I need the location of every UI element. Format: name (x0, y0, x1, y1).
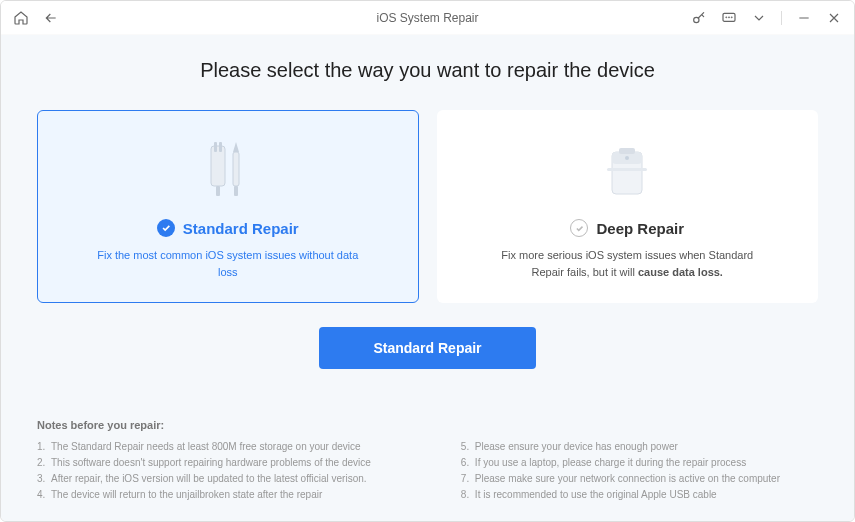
close-icon[interactable] (826, 10, 842, 26)
note-item: If you use a laptop, please charge it du… (461, 455, 780, 471)
note-item: It is recommended to use the original Ap… (461, 487, 780, 503)
svg-point-14 (625, 156, 629, 160)
note-item: This software doesn't support repairing … (37, 455, 371, 471)
deep-repair-card[interactable]: Deep Repair Fix more serious iOS system … (437, 110, 819, 303)
svg-rect-15 (607, 168, 647, 171)
tools-illustration (66, 135, 390, 205)
deep-repair-title-row: Deep Repair (466, 219, 790, 237)
chevron-down-icon[interactable] (751, 10, 767, 26)
svg-point-4 (731, 17, 732, 18)
note-item: The device will return to the unjailbrok… (37, 487, 371, 503)
titlebar-divider (781, 11, 782, 25)
minimize-icon[interactable] (796, 10, 812, 26)
svg-rect-7 (219, 142, 222, 152)
titlebar-right (691, 10, 842, 26)
note-item: The Standard Repair needs at least 800M … (37, 439, 371, 455)
notes-list-col2: Please ensure your device has enough pow… (461, 439, 780, 503)
page-heading: Please select the way you want to repair… (37, 59, 818, 82)
check-icon (157, 219, 175, 237)
home-icon[interactable] (13, 10, 29, 26)
feedback-icon[interactable] (721, 10, 737, 26)
device-illustration (466, 135, 790, 205)
note-item: Please make sure your network connection… (461, 471, 780, 487)
back-icon[interactable] (43, 10, 59, 26)
svg-rect-10 (234, 186, 238, 196)
notes-title: Notes before you repair: (37, 419, 818, 431)
window-title: iOS System Repair (376, 11, 478, 25)
standard-repair-card[interactable]: Standard Repair Fix the most common iOS … (37, 110, 419, 303)
titlebar-left (13, 10, 59, 26)
notes-list-col1: The Standard Repair needs at least 800M … (37, 439, 371, 503)
content-area: Please select the way you want to repair… (1, 35, 854, 521)
svg-rect-5 (211, 146, 225, 186)
notes-columns: The Standard Repair needs at least 800M … (37, 439, 818, 503)
svg-point-2 (726, 17, 727, 18)
standard-repair-title-row: Standard Repair (66, 219, 390, 237)
key-icon[interactable] (691, 10, 707, 26)
deep-repair-desc-emphasis: cause data loss. (638, 266, 723, 278)
svg-rect-13 (619, 148, 635, 154)
repair-options: Standard Repair Fix the most common iOS … (37, 110, 818, 303)
deep-repair-title: Deep Repair (596, 220, 684, 237)
notes-section: Notes before you repair: The Standard Re… (37, 419, 818, 503)
check-icon (570, 219, 588, 237)
deep-repair-description: Fix more serious iOS system issues when … (466, 247, 790, 280)
standard-repair-description: Fix the most common iOS system issues wi… (66, 247, 390, 280)
svg-rect-8 (216, 186, 220, 196)
standard-repair-title: Standard Repair (183, 220, 299, 237)
titlebar: iOS System Repair (1, 1, 854, 35)
app-window: iOS System Repair Please select the way … (0, 0, 855, 522)
svg-rect-6 (214, 142, 217, 152)
standard-repair-button[interactable]: Standard Repair (319, 327, 535, 369)
note-item: Please ensure your device has enough pow… (461, 439, 780, 455)
svg-rect-9 (233, 152, 239, 186)
svg-point-3 (729, 17, 730, 18)
note-item: After repair, the iOS version will be up… (37, 471, 371, 487)
